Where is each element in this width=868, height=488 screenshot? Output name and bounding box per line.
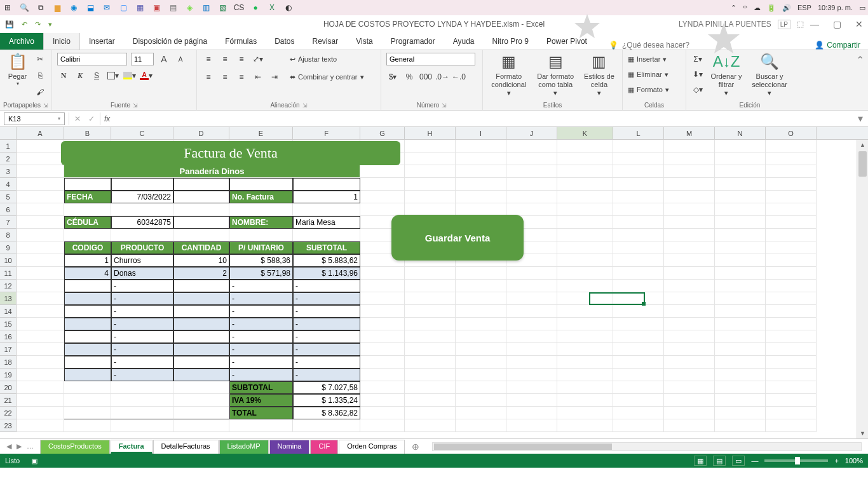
row-header-17[interactable]: 17 — [0, 343, 17, 356]
col-header-j[interactable]: J — [506, 127, 557, 139]
col-header-k[interactable]: K — [557, 127, 613, 139]
tray-chevron-icon[interactable]: ⌃ — [731, 4, 736, 12]
tray-lang[interactable]: ESP — [797, 4, 811, 11]
battery-icon[interactable]: 🔋 — [767, 4, 776, 12]
col-header-d[interactable]: D — [173, 127, 229, 139]
save-icon[interactable]: 💾 — [5, 20, 14, 29]
sheet-tab-nomina[interactable]: Nomina — [269, 440, 310, 454]
minimize-button[interactable]: — — [810, 19, 819, 29]
row-header-5[interactable]: 5 — [0, 191, 17, 203]
tell-me-search[interactable]: 💡¿Qué desea hacer? — [609, 41, 689, 50]
row-header-16[interactable]: 16 — [0, 330, 17, 343]
start-icon[interactable]: ⊞ — [3, 3, 13, 13]
col-header-g[interactable]: G — [360, 127, 405, 139]
select-all-corner[interactable] — [0, 127, 17, 139]
chrome-icon[interactable]: ◐ — [283, 3, 294, 13]
tab-insertar[interactable]: Insertar — [80, 33, 124, 50]
wifi-icon[interactable]: ⌔ — [743, 4, 747, 11]
col-header-i[interactable]: I — [456, 127, 506, 139]
sheet-nav-next[interactable]: ▶ — [17, 442, 22, 451]
tab-ayuda[interactable]: Ayuda — [444, 33, 484, 50]
col-header-o[interactable]: O — [766, 127, 817, 139]
cell-styles-button[interactable]: ▥Estilos de celda▾ — [581, 53, 617, 97]
add-sheet-button[interactable]: ⊕ — [405, 442, 426, 452]
row-header-10[interactable]: 10 — [0, 254, 17, 267]
sheet-tab-orden compras[interactable]: Orden Compras — [339, 440, 405, 454]
volume-icon[interactable]: 🔊 — [782, 4, 791, 12]
vertical-scrollbar[interactable]: ▲ ▼ — [857, 140, 868, 438]
zoom-out-button[interactable]: — — [751, 457, 758, 464]
app-icon-3[interactable]: ◈ — [184, 3, 194, 13]
find-select-button[interactable]: 🔍Buscar y seleccionar▾ — [749, 53, 790, 97]
redo-icon[interactable]: ↷ — [35, 20, 41, 29]
sheet-tab-listadomp[interactable]: ListadoMP — [219, 440, 269, 454]
align-launcher[interactable]: ⇲ — [302, 102, 308, 109]
row-header-8[interactable]: 8 — [0, 229, 17, 241]
zoom-in-button[interactable]: + — [834, 457, 838, 464]
store-icon[interactable]: ⬓ — [85, 3, 95, 13]
tab-datos[interactable]: Datos — [266, 33, 303, 50]
tab-revisar[interactable]: Revisar — [304, 33, 348, 50]
orientation-button[interactable]: ⤢▾ — [252, 53, 264, 65]
increase-font-button[interactable]: A — [158, 53, 170, 65]
font-launcher[interactable]: ⇲ — [133, 102, 138, 109]
col-header-e[interactable]: E — [229, 127, 293, 139]
sheet-tab-costosproductos[interactable]: CostosProductos — [40, 440, 110, 454]
font-size-input[interactable] — [131, 53, 154, 65]
copy-button[interactable]: ⎘ — [34, 69, 46, 82]
row-header-22[interactable]: 22 — [0, 407, 17, 419]
row-header-6[interactable]: 6 — [0, 203, 17, 216]
decrease-decimal-button[interactable]: ←.0 — [452, 71, 465, 83]
zoom-icon[interactable]: ▢ — [118, 3, 128, 13]
increase-indent-button[interactable]: ⇥ — [268, 71, 281, 83]
enter-formula-button[interactable]: ✓ — [88, 114, 95, 123]
number-launcher[interactable]: ⇲ — [442, 102, 447, 109]
italic-button[interactable]: K — [74, 69, 86, 82]
mail-icon[interactable]: ✉ — [102, 3, 112, 13]
wrap-text-button[interactable]: ↩Ajustar texto — [290, 53, 364, 65]
format-as-table-button[interactable]: ▤Dar formato como tabla▾ — [534, 53, 578, 97]
col-header-n[interactable]: N — [715, 127, 766, 139]
teams-icon[interactable]: ▦ — [135, 3, 145, 13]
sort-filter-button[interactable]: A↓ZOrdenar y filtrar▾ — [708, 53, 745, 97]
align-middle-button[interactable]: ≡ — [219, 53, 231, 65]
row-header-21[interactable]: 21 — [0, 394, 17, 407]
col-header-m[interactable]: M — [664, 127, 715, 139]
row-header-3[interactable]: 3 — [0, 165, 17, 178]
comma-button[interactable]: 000 — [419, 71, 432, 83]
row-header-18[interactable]: 18 — [0, 356, 17, 369]
app-icon-2[interactable]: ▤ — [168, 3, 178, 13]
decrease-font-button[interactable]: A — [174, 53, 187, 65]
maximize-button[interactable]: ▢ — [833, 19, 841, 29]
col-header-a[interactable]: A — [17, 127, 64, 139]
row-header-1[interactable]: 1 — [0, 140, 17, 152]
cancel-formula-button[interactable]: ✕ — [74, 114, 81, 123]
tab-disposicion[interactable]: Disposición de página — [124, 33, 216, 50]
view-page-break-button[interactable]: ▭ — [732, 456, 745, 466]
scroll-down-button[interactable]: ▼ — [857, 428, 868, 438]
col-header-h[interactable]: H — [405, 127, 456, 139]
zoom-slider[interactable] — [764, 459, 828, 462]
row-header-9[interactable]: 9 — [0, 241, 17, 254]
tab-programador[interactable]: Programador — [382, 33, 444, 50]
scroll-thumb[interactable] — [858, 151, 867, 177]
tab-nitro[interactable]: Nitro Pro 9 — [484, 33, 538, 50]
conditional-format-button[interactable]: ▦Formato condicional▾ — [488, 53, 530, 97]
app-icon-5[interactable]: CS — [234, 3, 244, 13]
tab-archivo[interactable]: Archivo — [0, 33, 43, 50]
row-header-4[interactable]: 4 — [0, 178, 17, 191]
tab-formulas[interactable]: Fórmulas — [216, 33, 266, 50]
undo-icon[interactable]: ↶ — [22, 20, 27, 29]
sheet-tab-detallefacturas[interactable]: DetalleFacturas — [153, 440, 219, 454]
app-icon-4[interactable]: ▧ — [217, 3, 227, 13]
close-button[interactable]: ✕ — [855, 19, 863, 29]
tray-clock[interactable]: 10:39 p. m. — [818, 4, 853, 11]
fill-color-button[interactable]: ▾ — [123, 69, 136, 82]
fx-icon[interactable]: fx — [104, 114, 110, 123]
sheet-tab-factura[interactable]: Factura — [111, 440, 153, 454]
align-top-button[interactable]: ≡ — [202, 53, 215, 65]
paste-button[interactable]: 📋 Pegar▾ — [5, 53, 30, 87]
task-view-icon[interactable]: ⧉ — [36, 3, 46, 13]
scroll-up-button[interactable]: ▲ — [857, 140, 868, 150]
app-icon[interactable]: ▣ — [151, 3, 161, 13]
